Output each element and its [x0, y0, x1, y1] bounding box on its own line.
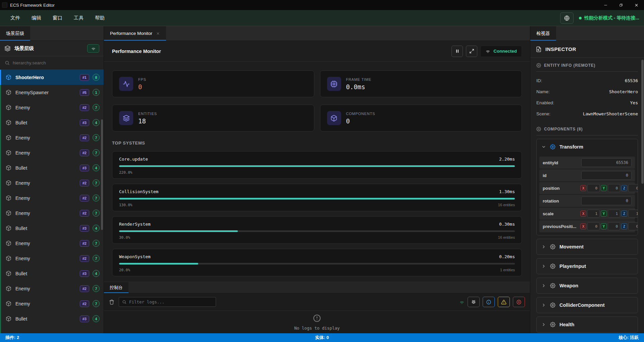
tab-inspector[interactable]: 检视器 — [530, 26, 556, 41]
hierarchy-entity-row[interactable]: Enemy #2 7 — [0, 190, 104, 206]
component-header[interactable]: Weapon — [537, 278, 638, 293]
hierarchy-entity-row[interactable]: Enemy #2 7 — [0, 175, 104, 190]
warning-icon — [501, 299, 506, 305]
entity-info-section-label: ENTITY INFO (REMOTE) — [544, 63, 595, 68]
z-input[interactable]: 0 — [628, 184, 638, 192]
minimize-button[interactable] — [598, 0, 613, 10]
hierarchy-entity-row[interactable]: ShooterHero #1 8 — [0, 70, 104, 85]
menubar-right: 性能分析模式 - 等待连接... — [560, 12, 639, 24]
entity-cube-icon — [6, 271, 11, 276]
archetype-badge: #2 — [80, 285, 89, 292]
hierarchy-entity-row[interactable]: Enemy #2 7 — [0, 281, 104, 296]
expand-icon — [469, 49, 474, 54]
x-input[interactable]: 0 — [587, 222, 600, 230]
z-input[interactable]: 1 — [628, 210, 638, 218]
search-icon — [122, 300, 126, 304]
x-input[interactable]: 1 — [587, 210, 600, 218]
component-header[interactable]: Movement — [537, 239, 638, 254]
entity-name: Enemy — [15, 286, 30, 291]
component-header[interactable]: Health — [537, 317, 638, 332]
menu-item[interactable]: 窗口 — [47, 15, 68, 21]
stat-icon — [327, 77, 341, 91]
archetype-badge: #2 — [80, 134, 89, 141]
clear-logs-button[interactable] — [109, 299, 114, 305]
y-input[interactable]: 0 — [608, 222, 620, 230]
log-filter-input[interactable] — [129, 299, 213, 304]
hierarchy-entity-row[interactable]: Enemy #2 7 — [0, 236, 104, 251]
inspector-header: INSPECTOR — [530, 41, 644, 58]
archetype-badge: #2 — [80, 300, 89, 307]
tab-hierarchy[interactable]: 场景层级 — [0, 26, 30, 41]
z-input[interactable]: 0 — [628, 222, 638, 230]
system-time: 1.30ms — [499, 189, 515, 194]
y-input[interactable]: 1 — [608, 210, 620, 218]
gear-icon — [536, 127, 541, 131]
chevron-right-icon — [541, 264, 546, 269]
entity-name: Enemy — [15, 195, 30, 201]
entity-badges: #2 7 — [80, 255, 100, 262]
system-progress-fill — [119, 230, 238, 232]
hierarchy-entity-row[interactable]: Enemy #2 7 — [0, 130, 104, 145]
hierarchy-connection-button[interactable] — [87, 44, 99, 53]
axis-x-badge: X — [580, 211, 586, 217]
system-progress-fill — [119, 198, 515, 199]
close-window-button[interactable] — [629, 0, 644, 10]
inspector-scrollbar[interactable] — [641, 60, 644, 184]
menu-item[interactable]: 帮助 — [89, 15, 110, 21]
tab-console[interactable]: 控制台 — [104, 282, 128, 293]
transform-component-header[interactable]: Transform — [537, 139, 638, 155]
component-header[interactable]: PlayerInput — [537, 259, 638, 274]
hierarchy-scrollbar[interactable] — [101, 119, 103, 230]
hierarchy-entity-row[interactable]: Bullet #3 4 — [0, 221, 104, 236]
close-tab-icon[interactable] — [156, 32, 160, 36]
performance-content: FPS 0 FRAME TIME 0.0ms ENTITIES 18 — [104, 62, 530, 282]
component-count-badge: 7 — [93, 104, 100, 111]
window-title: ECS Framework Editor — [10, 3, 55, 8]
hierarchy-entity-row[interactable]: EnemySpawner #5 1 — [0, 85, 104, 100]
property-row: scale X 1 Y 1 Z 1 — [539, 208, 635, 220]
x-input[interactable]: 0 — [587, 184, 600, 192]
expand-button[interactable] — [466, 46, 477, 57]
system-entities: 1 entities — [500, 268, 515, 272]
debug-filter-button[interactable] — [468, 297, 480, 307]
warning-filter-button[interactable] — [498, 297, 510, 307]
hierarchy-entity-row[interactable]: Enemy #2 7 — [0, 145, 104, 160]
hierarchy-entity-row[interactable]: Bullet #3 4 — [0, 115, 104, 130]
app-window: ECS Framework Editor 文件 编辑 窗口 工具 帮助 性能分析… — [0, 0, 644, 342]
hierarchy-entity-row[interactable]: Bullet #3 4 — [0, 160, 104, 175]
menu-item[interactable]: 编辑 — [26, 15, 47, 21]
y-input[interactable]: 0 — [608, 184, 620, 192]
stat-icon — [119, 111, 133, 125]
info-filter-button[interactable] — [483, 297, 495, 307]
entity-name: Enemy — [15, 301, 30, 306]
system-progress-track — [119, 263, 515, 265]
top-systems-title: TOP SYSTEMS — [112, 140, 522, 146]
statusbar: 插件: 2 实体: 0 核心: 活跃 — [0, 333, 644, 342]
language-globe-button[interactable] — [560, 12, 574, 24]
hierarchy-entity-row[interactable]: Enemy #2 7 — [0, 206, 104, 221]
stat-label: FPS — [138, 77, 146, 81]
component-count-badge: 7 — [93, 300, 100, 307]
pause-button[interactable] — [451, 46, 463, 57]
hierarchy-entity-row[interactable]: Enemy #2 7 — [0, 251, 104, 266]
maximize-button[interactable] — [613, 0, 629, 10]
component-header[interactable]: ColliderComponent — [537, 297, 638, 313]
menu-item[interactable]: 文件 — [5, 15, 26, 21]
hierarchy-entity-row[interactable]: Enemy #2 7 — [0, 296, 104, 311]
error-filter-button[interactable] — [513, 297, 525, 307]
hierarchy-entity-row[interactable]: Bullet #3 4 — [0, 266, 104, 281]
hierarchy-search-input[interactable] — [13, 60, 99, 65]
stats-grid: FPS 0 FRAME TIME 0.0ms ENTITIES 18 — [112, 70, 522, 131]
hierarchy-entity-row[interactable]: Bullet #3 4 — [0, 311, 104, 326]
entity-cube-icon — [6, 120, 11, 125]
property-input[interactable]: 0 — [581, 171, 632, 180]
tab-inspector-label: 检视器 — [536, 31, 550, 37]
property-input[interactable]: 0 — [581, 196, 632, 205]
hierarchy-entity-row[interactable]: Enemy #2 7 — [0, 100, 104, 115]
wifi-icon — [91, 46, 96, 51]
property-input[interactable]: 65536 — [581, 158, 632, 167]
tab-performance-monitor[interactable]: Performance Monitor — [104, 26, 166, 41]
stat-card: FRAME TIME 0.0ms — [320, 70, 522, 97]
connection-status-button[interactable]: Connected — [480, 46, 522, 57]
menu-item[interactable]: 工具 — [68, 15, 89, 21]
